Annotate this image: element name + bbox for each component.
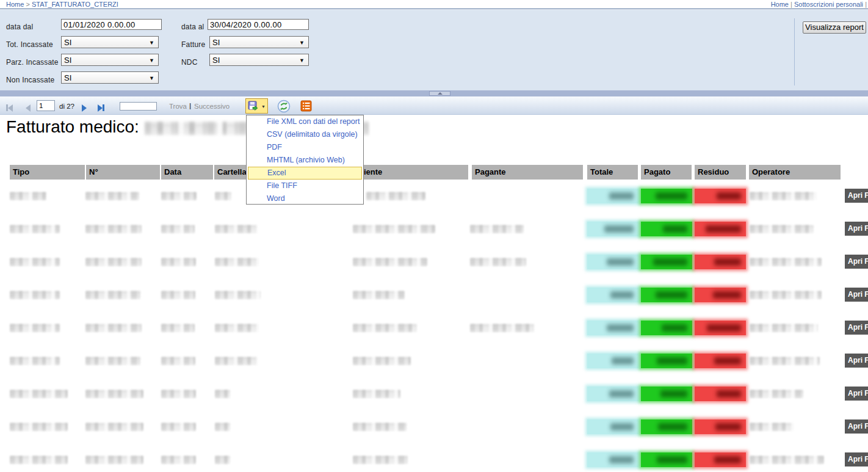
link-divider: | bbox=[790, 1, 792, 8]
collapse-arrow-icon bbox=[438, 92, 443, 95]
parameter-date-input[interactable] bbox=[61, 19, 162, 30]
breadcrumb-report-link[interactable]: STAT_FATTURATO_CTERZI bbox=[32, 1, 118, 8]
cell-operatore-redacted bbox=[750, 324, 818, 332]
cell-totale bbox=[587, 354, 638, 368]
cell-tipo-redacted bbox=[10, 291, 60, 299]
refresh-button[interactable] bbox=[277, 100, 291, 113]
view-report-button[interactable]: Visualizza report bbox=[803, 21, 866, 34]
report-title: Fatturato medico: bbox=[6, 117, 139, 137]
cell-totale bbox=[587, 189, 638, 203]
cell-tipo-redacted bbox=[10, 225, 60, 233]
open-invoice-button[interactable]: Apri F bbox=[845, 419, 868, 434]
cell-cartella-redacted bbox=[215, 423, 230, 431]
cell-totale bbox=[587, 419, 638, 434]
next-page-button[interactable] bbox=[82, 102, 87, 113]
column-header: Residuo bbox=[695, 165, 746, 180]
cell-pagato bbox=[641, 452, 692, 467]
splitter-bar[interactable] bbox=[0, 90, 868, 96]
open-invoice-button[interactable]: Apri F bbox=[845, 354, 868, 368]
cell-cartella-redacted bbox=[215, 390, 230, 398]
parameter-label: NDC bbox=[181, 58, 198, 67]
parameter-select[interactable]: SI▼ bbox=[209, 36, 309, 48]
parameter-label: Parz. Incassate bbox=[6, 58, 59, 67]
prev-page-button[interactable] bbox=[26, 102, 31, 113]
pagato-value-redacted bbox=[656, 291, 687, 299]
find-link[interactable]: Trova bbox=[169, 103, 187, 110]
export-menu-item[interactable]: CSV (delimitato da virgole) bbox=[247, 128, 363, 141]
cell-cliente-redacted bbox=[353, 456, 408, 464]
find-next-link[interactable]: Successivo bbox=[194, 103, 230, 110]
cell-pagato bbox=[641, 321, 692, 335]
cell-cartella-redacted bbox=[215, 456, 230, 464]
cell-pagato bbox=[641, 419, 692, 434]
select-arrow-icon: ▼ bbox=[299, 40, 305, 46]
parameter-select[interactable]: SI▼ bbox=[209, 54, 309, 66]
cell-operatore-redacted bbox=[750, 192, 817, 200]
column-header: Cliente bbox=[353, 165, 468, 180]
cell-operatore-redacted bbox=[750, 357, 820, 365]
breadcrumb-home-link[interactable]: Home bbox=[6, 1, 24, 8]
cell-totale bbox=[587, 288, 638, 302]
column-header: Tipo bbox=[10, 165, 85, 180]
residuo-value-redacted bbox=[715, 423, 741, 430]
open-invoice-button[interactable]: Apri F bbox=[845, 387, 868, 401]
cell-operatore-redacted bbox=[750, 456, 824, 464]
column-header: Operatore bbox=[749, 165, 841, 180]
cell-operatore-redacted bbox=[750, 291, 822, 299]
export-menu-item[interactable]: PDF bbox=[247, 141, 363, 154]
cell-cartella-redacted bbox=[215, 225, 258, 233]
cell-totale bbox=[587, 321, 638, 335]
data-feed-button[interactable] bbox=[300, 100, 313, 112]
cell-numero-redacted bbox=[85, 258, 142, 266]
totale-value-redacted bbox=[612, 357, 634, 365]
export-dropdown-button[interactable]: ▼ bbox=[245, 98, 268, 114]
parameter-select[interactable]: SI▼ bbox=[61, 54, 159, 66]
cell-cliente-redacted bbox=[353, 258, 427, 266]
totale-value-redacted bbox=[610, 291, 634, 299]
parameter-label: Tot. Incassate bbox=[6, 40, 53, 49]
open-invoice-button[interactable]: Apri F bbox=[845, 255, 868, 269]
cell-tipo-redacted bbox=[10, 258, 60, 266]
column-header: Pagato bbox=[641, 165, 692, 180]
cell-numero-redacted bbox=[85, 192, 139, 200]
open-invoice-button[interactable]: Apri F bbox=[845, 222, 868, 236]
open-invoice-button[interactable]: Apri F bbox=[845, 189, 868, 203]
parameter-select[interactable]: SI▼ bbox=[61, 36, 159, 48]
pagato-value-redacted bbox=[663, 225, 687, 233]
select-value: SI bbox=[212, 56, 220, 65]
cell-numero-redacted bbox=[85, 423, 143, 431]
residuo-value-redacted bbox=[717, 390, 741, 398]
cell-pagato bbox=[641, 255, 692, 269]
totale-value-redacted bbox=[607, 324, 634, 332]
page-number-input[interactable] bbox=[37, 100, 55, 111]
residuo-value-redacted bbox=[713, 291, 741, 299]
splitter-collapse-handle[interactable] bbox=[429, 91, 450, 96]
cell-tipo-redacted bbox=[10, 324, 60, 332]
subscriptions-link[interactable]: Sottoscrizioni personali bbox=[794, 1, 863, 8]
cell-operatore-redacted bbox=[750, 225, 814, 233]
cell-residuo bbox=[695, 222, 746, 236]
export-menu-item[interactable]: File TIFF bbox=[247, 180, 363, 192]
cell-pagato bbox=[641, 354, 692, 368]
top-right-links: Home | Sottoscrizioni personali | bbox=[771, 1, 867, 8]
search-input[interactable] bbox=[120, 102, 157, 111]
cell-tipo-redacted bbox=[10, 192, 46, 200]
parameter-date-input[interactable] bbox=[208, 19, 309, 30]
cell-pagato bbox=[641, 222, 692, 236]
cell-cartella-redacted bbox=[215, 324, 259, 332]
home-link[interactable]: Home bbox=[771, 1, 789, 8]
open-invoice-button[interactable]: Apri F bbox=[845, 321, 868, 335]
export-menu-item[interactable]: Excel bbox=[248, 167, 362, 180]
open-invoice-button[interactable]: Apri F bbox=[845, 452, 868, 467]
parameter-select[interactable]: SI▼ bbox=[61, 71, 159, 84]
last-page-button[interactable] bbox=[98, 102, 104, 113]
export-menu-item[interactable]: Word bbox=[247, 192, 363, 205]
residuo-value-redacted bbox=[706, 225, 741, 233]
cell-residuo bbox=[695, 419, 746, 434]
cell-cliente-redacted bbox=[353, 357, 411, 365]
cell-data-redacted bbox=[161, 390, 196, 398]
first-page-button[interactable] bbox=[6, 102, 13, 113]
export-menu-item[interactable]: MHTML (archivio Web) bbox=[247, 154, 363, 167]
export-menu-item[interactable]: File XML con dati del report bbox=[247, 115, 363, 128]
open-invoice-button[interactable]: Apri F bbox=[845, 288, 868, 302]
